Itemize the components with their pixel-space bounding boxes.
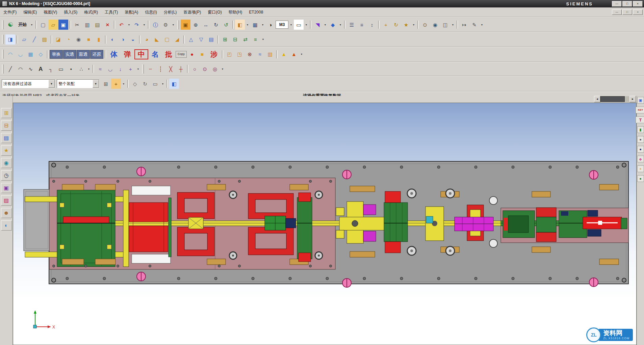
menu-preferences[interactable]: 首选项(P): [180, 8, 204, 16]
menu-format[interactable]: 格式(R): [81, 8, 101, 16]
circle-trim-button[interactable]: ◎: [210, 64, 220, 74]
shaded-view-dropdown[interactable]: ▼: [245, 20, 250, 30]
subtract-button[interactable]: ◑: [118, 34, 128, 45]
axis-line-button[interactable]: ┼: [176, 64, 186, 74]
navy-sphere-icon[interactable]: ●: [637, 146, 644, 153]
plane-select-button[interactable]: ◇: [130, 79, 140, 89]
snap-view-dropdown[interactable]: ▼: [338, 20, 343, 30]
open-file-button[interactable]: ▱: [48, 20, 58, 30]
marquee-select-button[interactable]: ▭: [150, 79, 160, 89]
snap-point-button[interactable]: +: [111, 79, 121, 89]
punch-blocks[interactable]: [129, 203, 168, 252]
warning-check-button[interactable]: ▲: [279, 49, 289, 59]
die-assembly[interactable]: X: [24, 161, 628, 329]
curve-more-dropdown[interactable]: ▼: [86, 64, 91, 74]
circle-more-dropdown[interactable]: ▼: [220, 64, 225, 74]
rectangle-button[interactable]: ▭: [56, 64, 66, 74]
solid-translucent-button[interactable]: 实透: [63, 50, 76, 59]
wave-link-button[interactable]: ≈: [255, 49, 265, 59]
constraint-navigator-icon[interactable]: ⊟: [1, 121, 12, 131]
part-navigator-icon[interactable]: ▤: [1, 133, 12, 143]
center-tool-button[interactable]: 中: [134, 49, 148, 59]
wcs-dynamics-button[interactable]: +: [381, 20, 391, 30]
revolve-button[interactable]: ◔: [63, 34, 73, 45]
wireframe-view-button[interactable]: ▦: [250, 20, 260, 30]
menu-file[interactable]: 文件(F): [0, 8, 20, 16]
menu-edit[interactable]: 编辑(E): [20, 8, 40, 16]
delete-button[interactable]: ×: [103, 20, 112, 30]
copy-button[interactable]: ▥: [82, 20, 92, 30]
trim-body-button[interactable]: △: [186, 34, 196, 45]
background-button[interactable]: ▭: [294, 20, 304, 30]
type-filter-combo[interactable]: 没有选择过滤器 ▼: [2, 79, 55, 88]
reuse-library-icon[interactable]: ★: [1, 145, 12, 156]
menu-window[interactable]: 窗口(O): [204, 8, 225, 16]
unite-button[interactable]: ◐: [108, 34, 118, 45]
csys-dropdown[interactable]: ▼: [411, 20, 416, 30]
viewport-restore-icon[interactable]: ▣: [637, 97, 644, 104]
selection-stack-button[interactable]: ⊞: [101, 79, 111, 89]
wireframe-view-dropdown[interactable]: ▼: [260, 20, 265, 30]
layer-visible-button[interactable]: ≡: [357, 20, 367, 30]
construction-line2-button[interactable]: ┆: [156, 64, 165, 74]
line-button[interactable]: ╱: [5, 64, 15, 74]
analysis-more-dropdown[interactable]: ▼: [299, 49, 304, 59]
menu-view[interactable]: 视图(V): [40, 8, 60, 16]
customize-dropdown[interactable]: ▼: [171, 20, 176, 30]
green-sphere-icon[interactable]: ●: [637, 175, 644, 182]
mdi-close-button[interactable]: ×: [633, 9, 643, 15]
graphics-window[interactable]: X ZL 资料网 ZL.XS1616.COM: [13, 103, 637, 345]
mesh-surface-button[interactable]: ▦: [26, 49, 35, 59]
move-object-button[interactable]: ⇄: [240, 34, 250, 45]
scroll-left-button[interactable]: ◄: [594, 96, 600, 102]
show-hide-button[interactable]: ◉: [430, 20, 440, 30]
intersect-curve-button[interactable]: +: [126, 64, 135, 74]
menu-tools[interactable]: 工具(T): [101, 8, 121, 16]
spline-button[interactable]: ∿: [26, 64, 35, 74]
viewport-canvas[interactable]: X: [13, 103, 636, 345]
chamfer-button[interactable]: ◣: [152, 34, 162, 45]
edit-section-button[interactable]: ◫: [440, 20, 450, 30]
refresh-view-button[interactable]: ↺: [221, 20, 231, 30]
measure-distance-button[interactable]: ↦: [459, 20, 469, 30]
edge-blend-button[interactable]: ◕: [142, 34, 152, 45]
orient-view-dropdown[interactable]: ▼: [323, 20, 328, 30]
menu-et2008[interactable]: ET2008: [246, 8, 266, 16]
clearance-check-button[interactable]: ⊗: [245, 49, 255, 59]
redo-dropdown[interactable]: ▼: [142, 20, 147, 30]
gold-cube-tool-button[interactable]: ■: [197, 49, 207, 59]
body-tool-button[interactable]: 体: [107, 49, 121, 59]
name-tool-button[interactable]: 名: [149, 49, 162, 59]
gray-sphere-icon[interactable]: ●: [637, 136, 644, 143]
palette-icon[interactable]: ▨: [1, 195, 12, 206]
mdi-minimize-button[interactable]: —: [612, 9, 622, 15]
hole-button[interactable]: ◉: [74, 34, 83, 45]
interference-tool-button[interactable]: 涉: [207, 49, 221, 59]
circle-button[interactable]: ○: [190, 64, 200, 74]
point-button[interactable]: •: [66, 64, 76, 74]
redo-button[interactable]: ↷: [132, 20, 141, 30]
datum-axis-button[interactable]: ╱: [29, 34, 39, 45]
snap-point-dropdown[interactable]: ▼: [121, 79, 126, 89]
pink-part-icon[interactable]: ◆: [637, 156, 644, 162]
section-dropdown[interactable]: ▼: [450, 20, 455, 30]
white-block-bottom[interactable]: [132, 254, 171, 263]
intersect-button[interactable]: ◒: [128, 34, 138, 45]
extrude-button[interactable]: ◪: [53, 34, 63, 45]
feature-more-dropdown[interactable]: ▼: [261, 34, 265, 45]
text-curve-button[interactable]: A: [36, 64, 46, 74]
shaded-display-button[interactable]: ◧: [169, 79, 179, 89]
layer-settings-button[interactable]: ☰: [347, 20, 357, 30]
nx-app-logo[interactable]: ☯: [5, 20, 16, 30]
layer-category-button[interactable]: ↕: [367, 20, 377, 30]
m3-view-button[interactable]: M3: [276, 21, 288, 29]
find-feature-button[interactable]: ⊙: [420, 20, 430, 30]
start-menu-button[interactable]: 开始: [16, 20, 29, 30]
offset-curve-button[interactable]: ≈: [95, 64, 105, 74]
cut-button[interactable]: ✂: [72, 20, 82, 30]
scroll-right-button[interactable]: ►: [629, 96, 636, 102]
replace-display-button[interactable]: 替换: [50, 50, 63, 59]
mdi-restore-button[interactable]: □: [622, 9, 632, 15]
rotate-view-button[interactable]: ↻: [211, 20, 221, 30]
navy-insert[interactable]: [286, 218, 296, 228]
